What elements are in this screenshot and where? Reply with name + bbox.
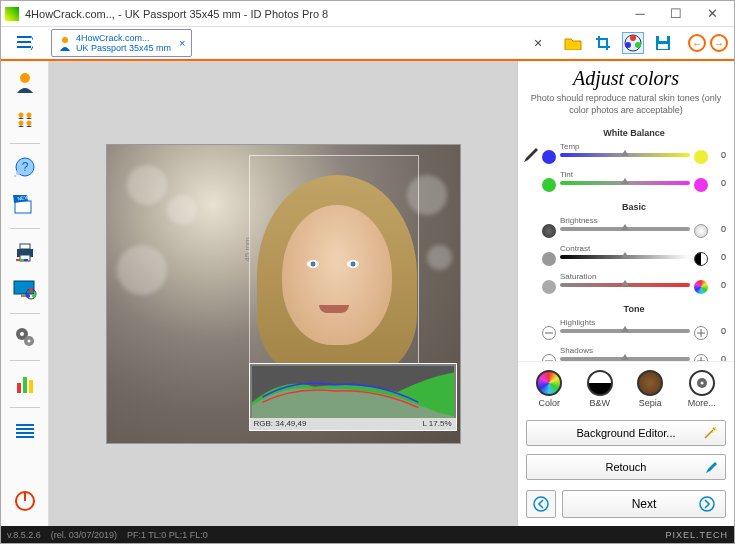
- open-folder-button[interactable]: [562, 32, 584, 54]
- sidebar-stats[interactable]: [7, 367, 43, 401]
- next-button[interactable]: Next: [562, 490, 726, 518]
- svg-point-58: [700, 382, 703, 385]
- background-editor-button[interactable]: Background Editor...: [526, 420, 726, 446]
- close-all-tabs[interactable]: ×: [528, 35, 548, 51]
- crop-box[interactable]: [249, 155, 419, 373]
- minimize-button[interactable]: ─: [622, 3, 658, 25]
- sidebar-help[interactable]: ?: [7, 150, 43, 184]
- svg-rect-10: [658, 44, 668, 49]
- slider-brightness[interactable]: Brightness 0: [542, 216, 726, 242]
- status-brand: PIXEL.TECH: [665, 530, 728, 540]
- tab-title-2: UK Passport 35x45 mm: [76, 43, 171, 53]
- svg-point-63: [700, 497, 714, 511]
- svg-rect-24: [20, 244, 30, 249]
- eyedropper-icon: [522, 146, 538, 162]
- svg-rect-44: [16, 432, 34, 434]
- app-icon: [5, 7, 19, 21]
- slider-saturation[interactable]: Saturation 0: [542, 272, 726, 298]
- preset-sepia[interactable]: Sepia: [637, 370, 663, 408]
- svg-point-11: [20, 73, 30, 83]
- arrow-left-icon: [533, 496, 549, 512]
- menu-toggle[interactable]: [1, 36, 49, 50]
- svg-point-60: [712, 431, 714, 433]
- svg-point-36: [20, 332, 24, 336]
- photo-canvas[interactable]: 45 mm RGB: 34,49,49 L 17.5%: [49, 61, 517, 526]
- svg-rect-45: [16, 436, 34, 438]
- chart-icon: [15, 375, 35, 393]
- person-icon: [58, 35, 72, 51]
- color-wheel-icon: [624, 34, 642, 52]
- svg-point-15: [26, 121, 31, 126]
- slider-shadows[interactable]: Shadows 0: [542, 346, 726, 361]
- nav-forward[interactable]: →: [710, 34, 728, 52]
- news-icon: NEW: [13, 195, 37, 215]
- svg-rect-28: [24, 259, 28, 261]
- preset-color[interactable]: Color: [536, 370, 562, 408]
- svg-point-5: [630, 35, 636, 41]
- slider-temp[interactable]: Temp 0: [542, 142, 726, 168]
- histogram-rgb: RGB: 34,49,49: [254, 419, 307, 428]
- folder-icon: [564, 36, 582, 50]
- adjust-panel: Adjust colors Photo should reproduce nat…: [517, 61, 734, 526]
- svg-rect-39: [17, 383, 21, 393]
- svg-text:?: ?: [21, 160, 28, 174]
- preset-bw[interactable]: B&W: [587, 370, 613, 408]
- svg-point-18: [16, 171, 20, 175]
- printer-icon: [14, 242, 36, 262]
- adjust-colors-button[interactable]: [622, 32, 644, 54]
- sidebar-person[interactable]: [7, 65, 43, 99]
- sidebar-list[interactable]: [7, 414, 43, 448]
- svg-point-14: [18, 121, 23, 126]
- svg-point-19: [14, 175, 16, 177]
- histogram[interactable]: RGB: 34,49,49 L 17.5%: [249, 363, 457, 431]
- svg-point-7: [625, 42, 631, 48]
- slider-highlights[interactable]: Highlights 0: [542, 318, 726, 344]
- retouch-button[interactable]: Retouch: [526, 454, 726, 480]
- panel-subtitle: Photo should reproduce natural skin tone…: [518, 92, 734, 122]
- slider-tint[interactable]: Tint 0: [542, 170, 726, 196]
- tab-title-1: 4HowCrack.com...: [76, 33, 171, 43]
- svg-rect-2: [17, 46, 31, 48]
- document-tab[interactable]: 4HowCrack.com... UK Passport 35x45 mm ×: [51, 29, 192, 57]
- main-area: ? NEW 45 mm: [1, 61, 734, 526]
- svg-point-61: [716, 429, 717, 431]
- sidebar-news[interactable]: NEW: [7, 188, 43, 222]
- svg-point-13: [26, 113, 31, 118]
- gear-icon: [695, 376, 709, 390]
- sliders-container: White Balance Temp 0 Tint 0 Basic Bright…: [518, 122, 734, 361]
- sidebar-print[interactable]: [7, 235, 43, 269]
- sidebar-settings[interactable]: [7, 320, 43, 354]
- nav-back[interactable]: ←: [688, 34, 706, 52]
- sidebar: ? NEW: [1, 61, 49, 526]
- close-button[interactable]: ✕: [694, 3, 730, 25]
- hamburger-icon: [17, 36, 33, 50]
- save-icon: [655, 35, 671, 51]
- power-icon: [14, 490, 36, 512]
- back-button[interactable]: [526, 490, 556, 518]
- wand-icon: [703, 426, 717, 440]
- status-date: (rel. 03/07/2019): [51, 530, 117, 540]
- svg-rect-1: [17, 41, 31, 43]
- maximize-button[interactable]: ☐: [658, 3, 694, 25]
- histogram-l: L 17.5%: [422, 419, 451, 428]
- statusbar: v.8.5.2.6 (rel. 03/07/2019) PF:1 TL:0 PL…: [1, 526, 734, 543]
- svg-point-34: [26, 294, 30, 298]
- save-button[interactable]: [652, 32, 674, 54]
- sidebar-monitor[interactable]: [7, 273, 43, 307]
- svg-point-33: [32, 294, 36, 298]
- arrow-right-icon: [699, 496, 715, 512]
- tab-close[interactable]: ×: [179, 37, 185, 49]
- svg-point-3: [62, 37, 68, 43]
- help-icon: ?: [14, 156, 36, 178]
- crop-button[interactable]: [592, 32, 614, 54]
- brush-icon: [703, 460, 717, 474]
- preset-more[interactable]: More...: [688, 370, 716, 408]
- sidebar-group[interactable]: [7, 103, 43, 137]
- status-info: PF:1 TL:0 PL:1 FL:0: [127, 530, 208, 540]
- svg-point-6: [635, 42, 641, 48]
- eyedropper-tool[interactable]: [522, 146, 538, 162]
- group-tone: Tone: [542, 304, 726, 314]
- sidebar-power[interactable]: [7, 484, 43, 518]
- presets: Color B&W Sepia More...: [518, 361, 734, 416]
- slider-contrast[interactable]: Contrast 0: [542, 244, 726, 270]
